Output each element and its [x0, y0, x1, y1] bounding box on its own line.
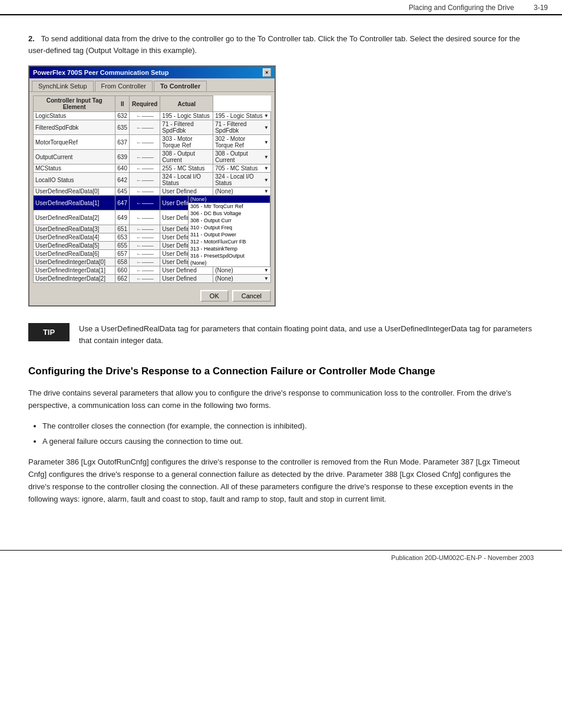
page-footer: Publication 20D-UM002C-EN-P - November 2… — [0, 550, 562, 561]
ii-cell: 653 — [115, 233, 130, 242]
ii-cell: 635 — [115, 120, 130, 135]
body-paragraph-2: Parameter 386 [Lgx OutofRunCnfg] configu… — [28, 456, 534, 505]
actual-cell[interactable]: 324 - Local I/O Status▼ — [213, 173, 271, 187]
table-row: FilteredSpdFdbk635←——71 - Filtered SpdFd… — [34, 120, 271, 135]
step-text: 2. To send additional data from the driv… — [28, 33, 534, 56]
col-header-tag: Controller Input Tag Element — [34, 96, 115, 112]
tag-cell: LogicStatus — [34, 112, 115, 120]
actual-cell[interactable]: (None)▼ — [213, 266, 271, 275]
table-row: MCStatus640←——255 - MC Status705 - MC St… — [34, 164, 271, 173]
table-row: LocalIO Status642←——324 - Local I/O Stat… — [34, 173, 271, 187]
dialog-close-button[interactable]: × — [263, 68, 271, 77]
arrow-cell: ←—— — [130, 266, 160, 275]
tag-cell: UserDefinedRealData[0] — [34, 187, 115, 196]
table-row: UserDefinedIntegerData[1]660←——User Defi… — [34, 266, 271, 275]
required-cell: 324 - Local I/O Status — [160, 173, 213, 187]
actual-cell[interactable]: 308 - Output Current▼ — [213, 150, 271, 164]
required-cell: 303 - Motor Torque Ref — [160, 135, 213, 150]
tag-cell: UserDefinedIntegerData[1] — [34, 266, 115, 275]
arrow-cell: ←—— — [130, 173, 160, 187]
ii-cell: 642 — [115, 173, 130, 187]
arrow-cell: ←—— — [130, 225, 160, 233]
dialog-buttons: OK Cancel — [29, 286, 275, 305]
tag-cell: UserDefinedRealData[6] — [34, 250, 115, 258]
arrow-cell: ←—— — [130, 164, 160, 173]
tag-cell: LocalIO Status — [34, 173, 115, 187]
tag-cell: MotorTorqueRef — [34, 135, 115, 150]
arrow-cell: ←—— — [130, 187, 160, 196]
header-bar: Placing and Configuring the Drive 3-19 — [0, 0, 562, 15]
arrow-cell: ←—— — [130, 210, 160, 225]
tag-cell: UserDefinedRealData[2] — [34, 210, 115, 225]
ii-cell: 655 — [115, 242, 130, 250]
step-description: To send additional data from the drive t… — [28, 34, 520, 55]
actual-cell[interactable]: 705 - MC Status▼ — [213, 164, 271, 173]
ii-cell: 640 — [115, 164, 130, 173]
table-row: LogicStatus632←——195 - Logic Status195 -… — [34, 112, 271, 120]
required-cell: 195 - Logic Status — [160, 112, 213, 120]
bullet-list: The controller closes the connection (fo… — [42, 420, 534, 449]
tag-cell: FilteredSpdFdbk — [34, 120, 115, 135]
arrow-cell: ←—— — [130, 196, 160, 210]
tag-cell: UserDefinedRealData[5] — [34, 242, 115, 250]
actual-cell[interactable]: (None)▼(None)305 - Mtr TorqCurr Ref306 -… — [213, 187, 271, 196]
arrow-cell: ←—— — [130, 233, 160, 242]
dialog-title: PowerFlex 700S Peer Communication Setup — [33, 69, 168, 76]
step-number: 2. — [28, 34, 35, 43]
required-cell: User Defined — [160, 266, 213, 275]
body-paragraph-1: The drive contains several parameters th… — [28, 387, 534, 412]
bullet-item-2: A general failure occurs causing the con… — [42, 436, 534, 448]
section-heading: Configuring the Drive's Response to a Co… — [28, 365, 534, 378]
ok-button[interactable]: OK — [200, 290, 229, 302]
close-icon: × — [265, 70, 268, 75]
tip-text: Use a UserDefinedRealData tag for parame… — [79, 323, 534, 346]
tag-cell: UserDefinedRealData[3] — [34, 225, 115, 233]
table-row: MotorTorqueRef637←——303 - Motor Torque R… — [34, 135, 271, 150]
config-table: Controller Input Tag Element II Required… — [33, 95, 271, 283]
tab-to-controller[interactable]: To Controller — [154, 81, 207, 91]
ii-cell: 658 — [115, 258, 130, 266]
tab-synchlink-setup[interactable]: SynchLink Setup — [32, 81, 94, 91]
main-content: 2. To send additional data from the driv… — [0, 15, 562, 531]
ii-cell: 645 — [115, 187, 130, 196]
tag-cell: UserDefinedIntegerData[0] — [34, 258, 115, 266]
col-header-actual: Actual — [160, 96, 213, 112]
ii-cell: 647 — [115, 196, 130, 210]
table-row: UserDefinedRealData[0]645←——User Defined… — [34, 187, 271, 196]
tag-cell: OutputCurrent — [34, 150, 115, 164]
arrow-cell: ←—— — [130, 250, 160, 258]
footer-publication: Publication 20D-UM002C-EN-P - November 2… — [391, 554, 534, 561]
arrow-cell: ←—— — [130, 242, 160, 250]
tag-cell: MCStatus — [34, 164, 115, 173]
header-page-number: 3-19 — [534, 4, 548, 12]
bullet-item-1: The controller closes the connection (fo… — [42, 420, 534, 433]
tag-cell: UserDefinedRealData[1] — [34, 196, 115, 210]
open-dropdown-list[interactable]: (None)305 - Mtr TorqCurr Ref306 - DC Bus… — [188, 195, 270, 267]
required-cell: 308 - Output Current — [160, 150, 213, 164]
col-header-ii: II — [115, 96, 130, 112]
dialog-title-bar: PowerFlex 700S Peer Communication Setup … — [29, 67, 275, 78]
arrow-cell: ←—— — [130, 120, 160, 135]
table-row: UserDefinedIntegerData[2]662←——User Defi… — [34, 275, 271, 283]
tab-from-controller[interactable]: From Controller — [95, 81, 153, 91]
actual-cell[interactable]: 302 - Motor Torque Ref▼ — [213, 135, 271, 150]
ii-cell: 662 — [115, 275, 130, 283]
cancel-button[interactable]: Cancel — [232, 290, 271, 302]
tip-label: TIP — [28, 323, 70, 341]
arrow-cell: ←—— — [130, 135, 160, 150]
actual-cell[interactable]: (None)▼ — [213, 275, 271, 283]
ii-cell: 660 — [115, 266, 130, 275]
required-cell: User Defined — [160, 187, 213, 196]
required-cell: User Defined — [160, 275, 213, 283]
tag-cell: UserDefinedIntegerData[2] — [34, 275, 115, 283]
dialog-body: Controller Input Tag Element II Required… — [29, 92, 275, 286]
actual-cell[interactable]: 71 - Filtered SpdFdbk▼ — [213, 120, 271, 135]
arrow-cell: ←—— — [130, 112, 160, 120]
arrow-cell: ←—— — [130, 275, 160, 283]
actual-cell[interactable]: 195 - Logic Status▼ — [213, 112, 271, 120]
tag-cell: UserDefinedRealData[4] — [34, 233, 115, 242]
required-cell: 71 - Filtered SpdFdbk — [160, 120, 213, 135]
arrow-cell: ←—— — [130, 258, 160, 266]
arrow-cell: ←—— — [130, 150, 160, 164]
tip-section: TIP Use a UserDefinedRealData tag for pa… — [28, 323, 534, 346]
